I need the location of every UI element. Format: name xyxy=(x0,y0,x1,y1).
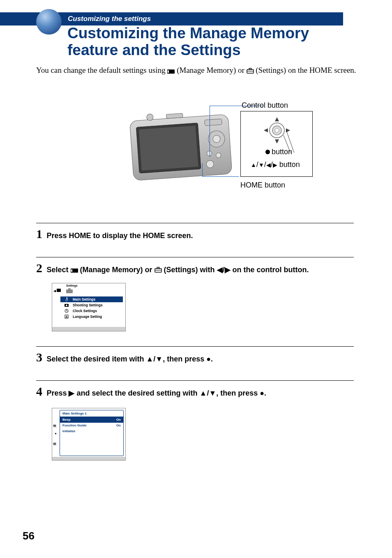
settings-panel: Main Settings 1 Beep On Function Guide O… xyxy=(60,410,124,456)
home-button-label: HOME button xyxy=(240,181,285,190)
page-number: 56 xyxy=(23,530,35,542)
setting-row: Initialize xyxy=(60,428,123,434)
step-1: 1 Press HOME to display the HOME screen. xyxy=(36,227,354,241)
page-title: Customizing the Manage Memory feature an… xyxy=(67,25,355,59)
step-number: 4 xyxy=(36,384,42,398)
svg-point-12 xyxy=(216,153,221,158)
step-text: Select the desired item with ▲/▼, then p… xyxy=(46,355,213,363)
screen-menu-list: Main Settings Shooting Settings Clock Se… xyxy=(60,296,123,320)
down-arrow-icon: ▼ xyxy=(54,432,57,435)
callout-line xyxy=(210,106,210,157)
callout-line xyxy=(202,163,203,176)
svg-rect-1 xyxy=(168,70,169,73)
step-4: 4 Press ▶ and select the desired setting… xyxy=(36,384,354,398)
intro-or: or xyxy=(238,66,247,74)
screen-statusbar xyxy=(52,327,125,331)
main-settings-screenshot: 🛠 ▼ 🛠 Main Settings 1 Beep On Function G… xyxy=(52,408,126,461)
menu-row: A Language Setting xyxy=(60,314,123,320)
svg-text:A: A xyxy=(65,315,67,318)
tool-icon: 🛠 xyxy=(53,442,57,446)
svg-point-36 xyxy=(66,305,67,306)
svg-point-16 xyxy=(146,114,153,121)
step-number: 1 xyxy=(36,227,42,241)
step-rule xyxy=(36,223,354,223)
manual-page: Customizing the settings Customizing the… xyxy=(0,0,392,558)
svg-point-19 xyxy=(275,128,279,132)
svg-marker-21 xyxy=(275,139,279,144)
step-number: 2 xyxy=(36,261,42,275)
settings-menu-screenshot: Settings ◀ Main Settings Shooting Settin… xyxy=(52,283,126,331)
svg-rect-32 xyxy=(66,289,73,293)
direction-button-label: ▲/▼/◀/▶ button xyxy=(251,160,300,169)
screen-statusbar xyxy=(52,457,125,460)
step-rule xyxy=(36,257,354,257)
manage-memory-icon xyxy=(71,266,78,275)
arrow-left-icon: ◀ xyxy=(53,289,56,293)
manage-memory-icon xyxy=(167,66,175,76)
clock-icon xyxy=(65,309,69,313)
step-3: 3 Select the desired item with ▲/▼, then… xyxy=(36,350,354,364)
setting-row: Function Guide On xyxy=(60,423,123,428)
menu-row: Clock Settings xyxy=(60,308,123,314)
menu-row: Shooting Settings xyxy=(60,302,123,308)
tool-icon xyxy=(65,297,69,301)
svg-marker-20 xyxy=(275,117,279,121)
memory-card-icon xyxy=(57,289,61,292)
intro-icon-1-label: (Manage Memory) xyxy=(177,66,236,74)
intro-icon-2-label: (Settings) xyxy=(256,66,286,74)
intro-text-2: on the HOME screen. xyxy=(288,66,356,74)
svg-rect-34 xyxy=(67,297,67,299)
menu-row-selected: Main Settings xyxy=(60,296,123,302)
panel-title: Main Settings 1 xyxy=(60,410,123,417)
svg-marker-23 xyxy=(286,128,290,132)
step-rule xyxy=(36,380,354,381)
intro-text-1: You can change the default settings usin… xyxy=(36,66,167,74)
camera-figure: Control button button ▲/▼/◀/▶ xyxy=(127,100,321,196)
svg-rect-30 xyxy=(157,267,159,269)
language-icon: A xyxy=(65,315,69,319)
black-dot-icon xyxy=(265,150,270,154)
camera-icon xyxy=(65,303,69,307)
chapter-icon-circle xyxy=(36,9,62,35)
svg-marker-22 xyxy=(264,128,268,132)
camera-illustration xyxy=(127,109,234,183)
screen-left-toolbar: 🛠 ▼ 🛠 xyxy=(52,408,60,460)
svg-rect-15 xyxy=(166,113,183,118)
svg-rect-14 xyxy=(205,119,222,126)
screen-heading: Settings xyxy=(66,284,78,287)
svg-rect-27 xyxy=(71,269,72,272)
step-text: Press HOME to display the HOME screen. xyxy=(46,232,193,240)
step-rule xyxy=(36,346,354,347)
svg-rect-8 xyxy=(139,125,198,170)
step-text: Press ▶ and select the desired setting w… xyxy=(46,389,266,397)
center-button-label: button xyxy=(265,148,292,156)
control-button-label: Control button xyxy=(242,101,288,110)
settings-toolbox-icon xyxy=(247,66,254,76)
section-label: Customizing the settings xyxy=(68,15,151,23)
toolbox-icon xyxy=(66,288,73,293)
step-number: 3 xyxy=(36,350,42,364)
svg-point-2 xyxy=(168,69,170,71)
svg-point-28 xyxy=(71,268,73,269)
intro-paragraph: You can change the default settings usin… xyxy=(36,65,357,76)
setting-row-selected: Beep On xyxy=(60,417,123,423)
tool-icon: 🛠 xyxy=(53,424,57,428)
step-2: 2 Select (Manage Memory) or (Settings) xyxy=(36,261,354,275)
svg-rect-33 xyxy=(68,288,71,289)
step-text: Select (Manage Memory) or (Settings) wit… xyxy=(46,266,309,274)
settings-toolbox-icon xyxy=(154,266,162,275)
callout-line xyxy=(202,176,239,177)
svg-rect-4 xyxy=(249,68,251,69)
svg-line-39 xyxy=(67,311,67,311)
